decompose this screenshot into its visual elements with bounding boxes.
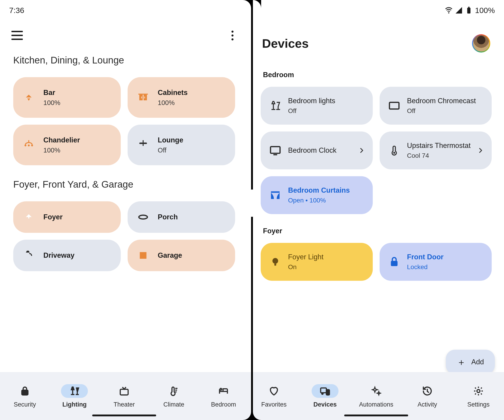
- history-icon: [422, 386, 432, 396]
- wifi-icon: [445, 6, 453, 14]
- left-content: Kitchen, Dining, & Lounge Bar100% Cabine…: [0, 48, 248, 370]
- left-appbar: [0, 21, 248, 48]
- more-icon[interactable]: [228, 30, 237, 41]
- bed-icon: [218, 386, 229, 396]
- section-title: Foyer, Front Yard, & Garage: [13, 179, 235, 190]
- card-bedroom-clock[interactable]: Bedroom Clock: [261, 132, 373, 169]
- card-title: Cabinets: [158, 89, 188, 97]
- tv-icon: [119, 386, 129, 396]
- card-sub: Cool 74: [407, 152, 471, 159]
- card-bedroom-chromecast[interactable]: Bedroom ChromecastOff: [380, 87, 492, 125]
- card-lounge[interactable]: LoungeOff: [128, 125, 235, 165]
- nav-devices[interactable]: Devices: [308, 384, 342, 408]
- fab-label: Add: [471, 358, 484, 366]
- clock: 7:36: [9, 6, 24, 15]
- add-fab[interactable]: ＋ Add: [446, 350, 495, 372]
- card-foyer[interactable]: Foyer: [13, 201, 121, 233]
- gesture-bar[interactable]: [92, 414, 156, 416]
- card-foyer-light[interactable]: Foyer LightOn: [261, 243, 373, 281]
- card-title: Porch: [158, 213, 178, 221]
- card-bedroom-lights[interactable]: Bedroom lightsOff: [261, 87, 373, 125]
- card-title: Garage: [158, 251, 182, 259]
- account-avatar[interactable]: [472, 34, 490, 53]
- status-bar-left: 7:36: [0, 0, 248, 21]
- card-sub: 100%: [43, 147, 80, 154]
- card-title: Foyer Light: [288, 253, 324, 261]
- nav-automations[interactable]: Automations: [359, 384, 393, 408]
- section-title: Kitchen, Dining, & Lounge: [13, 55, 235, 66]
- chevron-right-icon: [477, 147, 484, 154]
- card-title: Bedroom Curtains: [288, 186, 350, 194]
- card-title: Upstairs Thermostat: [407, 142, 471, 150]
- group-title: Bedroom: [263, 71, 489, 79]
- nav-label: Automations: [359, 401, 393, 408]
- nav-favorites[interactable]: Favorites: [257, 384, 291, 408]
- nav-label: Favorites: [261, 401, 287, 408]
- thermometer-icon: [387, 144, 401, 157]
- devices-icon: [320, 386, 330, 396]
- pendant-light-icon: [22, 91, 36, 104]
- battery-icon: [465, 6, 473, 14]
- heart-icon: [269, 386, 279, 396]
- card-sub: Off: [288, 107, 335, 114]
- card-title: Bedroom lights: [288, 97, 335, 105]
- nav-label: Activity: [418, 401, 437, 408]
- card-upstairs-thermostat[interactable]: Upstairs ThermostatCool 74: [380, 132, 492, 169]
- nav-label: Climate: [163, 401, 184, 408]
- card-sub: Open • 100%: [288, 197, 350, 204]
- nav-activity[interactable]: Activity: [410, 384, 444, 408]
- card-garage[interactable]: Garage: [128, 240, 235, 271]
- hamburger-menu-icon[interactable]: [12, 31, 23, 40]
- card-bedroom-curtains[interactable]: Bedroom CurtainsOpen • 100%: [261, 176, 373, 214]
- nav-settings[interactable]: Settings: [461, 384, 496, 408]
- card-sub: 100%: [43, 99, 60, 107]
- floor-lamp-icon: [268, 99, 282, 113]
- curtains-icon: [268, 188, 282, 202]
- card-sub: Off: [407, 107, 476, 114]
- nav-theater[interactable]: Theater: [107, 384, 141, 408]
- square-icon: [136, 249, 150, 262]
- left-screen: 7:36 Kitchen, Dining, & Lounge Bar100% C…: [0, 0, 248, 420]
- bulb-icon: [268, 255, 282, 269]
- card-title: Bedroom Chromecast: [407, 97, 476, 105]
- card-title: Lounge: [158, 136, 183, 144]
- ceiling-fan-icon: [136, 138, 150, 152]
- chevron-right-icon: [358, 147, 365, 154]
- lamp-post-icon: [22, 249, 36, 262]
- status-bar-right: 100%: [248, 0, 504, 21]
- gear-icon: [473, 386, 484, 396]
- battery-pct: 100%: [475, 6, 495, 15]
- lighting-icon: [69, 386, 80, 396]
- sparkle-icon: [371, 386, 381, 396]
- nav-label: Security: [14, 401, 36, 408]
- card-title: Bedroom Clock: [288, 146, 336, 155]
- lock-icon: [20, 386, 30, 396]
- nav-bedroom[interactable]: Bedroom: [206, 384, 240, 408]
- card-title: Driveway: [43, 251, 74, 259]
- card-chandelier[interactable]: Chandelier100%: [13, 125, 121, 165]
- nav-label: Settings: [467, 401, 490, 408]
- nav-climate[interactable]: Climate: [157, 384, 191, 408]
- card-driveway[interactable]: Driveway: [13, 240, 121, 271]
- nav-label: Devices: [313, 401, 337, 408]
- card-porch[interactable]: Porch: [128, 201, 235, 233]
- page-title: Devices: [262, 36, 309, 50]
- card-title: Chandelier: [43, 136, 80, 144]
- pendant-light-icon: [22, 210, 36, 224]
- card-front-door[interactable]: Front DoorLocked: [380, 243, 492, 281]
- card-title: Front Door: [407, 253, 444, 261]
- avatar-image: [473, 35, 489, 52]
- right-header: Devices: [248, 21, 504, 59]
- card-sub: On: [288, 264, 324, 271]
- display-icon: [268, 144, 282, 157]
- nav-label: Lighting: [62, 401, 86, 408]
- nav-security[interactable]: Security: [8, 384, 42, 408]
- card-cabinets[interactable]: Cabinets100%: [128, 77, 235, 118]
- nav-lighting[interactable]: Lighting: [57, 384, 91, 408]
- signal-icon: [455, 6, 463, 14]
- thermometer-icon: [169, 386, 179, 396]
- gesture-bar[interactable]: [344, 414, 408, 416]
- cabinets-icon: [136, 91, 150, 104]
- card-sub: Locked: [407, 264, 444, 271]
- card-bar[interactable]: Bar100%: [13, 77, 121, 118]
